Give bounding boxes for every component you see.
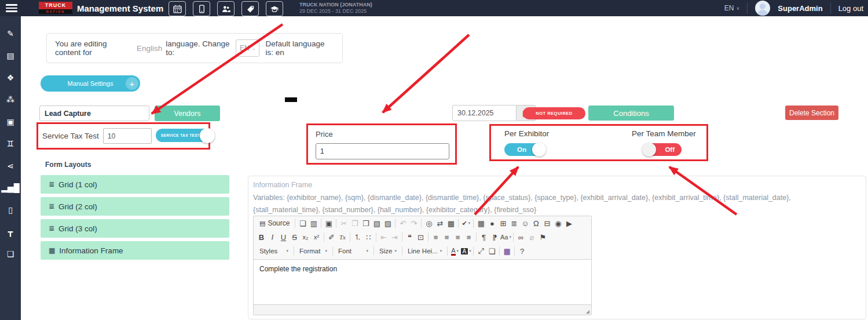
show-blocks-button[interactable]: ❏ [486,245,497,257]
cut-icon[interactable]: ✂ [338,217,349,229]
flash-icon[interactable]: ● [486,217,497,229]
rtl-icon[interactable]: ⁋ [489,231,500,243]
print-icon[interactable]: ▥ [308,217,319,229]
bulleted-list-icon[interactable]: ∷ [363,231,374,243]
layout-grid-2col[interactable]: ≣ Grid (2 col) [41,197,229,216]
font-dropdown[interactable]: Font▾ [335,245,372,257]
paste-word-icon[interactable]: ▨ [382,217,393,229]
language-dropdown[interactable]: EN∨ [724,4,740,12]
manual-settings-button[interactable]: Manual Settings + [41,75,140,92]
unlink-icon[interactable]: ⌀ [526,231,537,243]
sidebar-item-tags[interactable]: ❖ [0,67,21,89]
numbered-list-icon[interactable]: ⒈ [352,231,363,243]
price-input[interactable] [316,143,449,159]
user-name[interactable]: SuperAdmin [778,4,822,13]
tags-button[interactable] [241,1,259,16]
layout-information-frame[interactable]: ▦ Information Frame [41,241,229,260]
div-icon[interactable]: ⊡ [415,231,426,243]
sidebar-item-team[interactable]: ⁂ [0,89,21,111]
smiley-icon[interactable]: ☺ [519,217,530,229]
education-button[interactable] [266,1,283,16]
resize-handle-icon[interactable]: ◢ [586,309,589,314]
sidebar-item-edit[interactable]: ✎ [0,23,21,45]
date-input[interactable] [452,105,517,121]
youtube-icon[interactable]: ▶ [563,217,574,229]
page-break-icon[interactable]: ⊟ [541,217,552,229]
logout-button[interactable]: Log out [838,4,863,13]
subscript-button[interactable]: x₂ [300,231,311,243]
grid-button[interactable]: ▦ [501,245,512,257]
conditions-button[interactable]: Conditions [588,106,674,121]
layout-grid-1col[interactable]: ≣ Grid (1 col) [41,175,229,194]
bg-color-button[interactable]: A [460,245,471,257]
per-team-member-toggle[interactable]: Off [643,143,682,156]
calendar-button[interactable] [169,1,186,16]
align-right-icon[interactable]: ≡ [452,231,463,243]
layout-grid-3col[interactable]: ≣ Grid (3 col) [41,219,229,238]
replace-icon[interactable]: ⇄ [434,217,445,229]
find-icon[interactable]: ◎ [423,217,434,229]
iframe-icon[interactable]: ◉ [552,217,563,229]
preview-icon[interactable]: ❏ [297,217,308,229]
format-dropdown[interactable]: Format▾ [296,245,331,257]
blockquote-icon[interactable]: ❝ [404,231,415,243]
source-button[interactable]: ▤Source [256,217,293,229]
styles-dropdown[interactable]: Styles▾ [256,245,292,257]
special-char-icon[interactable]: Ω [530,217,541,229]
users-button[interactable] [217,1,235,16]
service-tax-toggle[interactable]: SERVICE TAX TEST [156,129,211,143]
truck-nation-logo[interactable]: TRUCK NATION [39,2,72,14]
align-justify-icon[interactable]: ≡ [463,231,474,243]
paste-icon[interactable]: ❒ [360,217,371,229]
language-icon[interactable]: Aa [500,231,511,243]
size-dropdown[interactable]: Size▾ [376,245,400,257]
outdent-icon[interactable]: ⇤ [378,231,389,243]
ltr-icon[interactable]: ¶ [478,231,489,243]
sidebar-item-mobile[interactable]: ▯ [0,199,21,221]
mobile-button[interactable] [193,1,210,16]
hamburger-menu-icon[interactable] [6,4,17,12]
link-icon[interactable]: ∞ [515,231,526,243]
sidebar-item-documents[interactable]: ❏ [0,243,21,265]
service-tax-input[interactable] [103,128,152,144]
strike-button[interactable]: S [289,231,300,243]
image-icon[interactable]: ▦ [475,217,486,229]
avatar[interactable] [755,1,770,16]
sidebar-item-users[interactable]: ♊ [0,133,21,155]
per-exhibitor-toggle[interactable]: On [504,143,545,156]
line-height-dropdown[interactable]: Line Hei...▾ [404,245,445,257]
section-title-input[interactable] [39,106,149,121]
underline-button[interactable]: U [278,231,289,243]
delete-section-button[interactable]: Delete Section [785,106,838,120]
text-color-button[interactable]: A [449,245,460,257]
align-left-icon[interactable]: ≡ [430,231,441,243]
align-center-icon[interactable]: ≡ [441,231,452,243]
sidebar-item-briefcase[interactable]: ▣ [0,111,21,133]
superscript-button[interactable]: x² [311,231,322,243]
about-button[interactable]: ? [517,245,528,257]
plus-icon[interactable]: + [126,77,138,90]
remove-format-icon[interactable]: Tx [337,231,348,243]
select-all-icon[interactable]: ▩ [445,217,456,229]
table-icon[interactable]: ⊞ [497,217,508,229]
italic-button[interactable]: I [267,231,278,243]
sidebar-item-stand[interactable]: ┳ [0,221,21,243]
sidebar-item-stats[interactable]: ▂▅█ [0,177,21,199]
change-language-select[interactable]: EN⌄ [236,39,259,57]
sidebar-item-forms[interactable]: ▤ [0,45,21,67]
copy-format-icon[interactable]: ✐ [326,231,337,243]
sidebar-item-share[interactable]: ⋖ [0,155,21,177]
paste-text-icon[interactable]: ▧ [371,217,382,229]
editor-content[interactable]: Complete the registration [254,259,591,305]
spellcheck-icon[interactable]: ✔ [460,217,471,229]
undo-icon[interactable]: ↶ [397,217,408,229]
bold-button[interactable]: B [256,231,267,243]
maximize-button[interactable]: ⤢ [475,245,486,257]
copy-icon[interactable]: ❐ [349,217,360,229]
redo-icon[interactable]: ↷ [408,217,419,229]
anchor-icon[interactable]: ⚑ [537,231,548,243]
hr-icon[interactable]: ≣ [508,217,519,229]
indent-icon[interactable]: ⇥ [389,231,400,243]
vendors-button[interactable]: Vendors [155,106,220,121]
templates-icon[interactable]: ▣ [323,217,334,229]
